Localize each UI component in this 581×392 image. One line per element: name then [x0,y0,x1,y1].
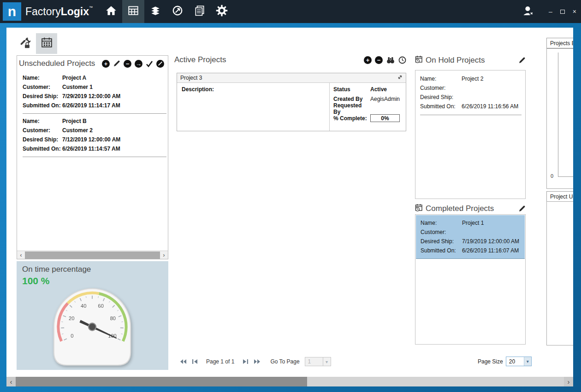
brand-title: FactoryLogix™ [25,6,93,18]
main-nav [100,0,233,23]
submitted-on-label: Submitted On: [23,144,62,153]
project-submitted-on: 6/26/2019 11:16:07 AM [462,246,519,255]
nav-item-scheduling[interactable] [122,0,144,23]
gauge-dial: 0 20 40 60 80 100 [37,284,148,367]
main-hscrollbar[interactable]: ‹ › [6,377,573,386]
gauge-tick-40: 40 [81,303,86,309]
settings-icon [215,4,228,19]
completed-header: Completed Projects [415,204,526,213]
tab-scheduling-board[interactable] [36,33,57,54]
nav-item-settings[interactable] [211,0,233,23]
unscheduled-toolbar: + − → [102,60,164,68]
brand-tm: ™ [89,6,93,10]
gauge-tick-20: 20 [69,316,74,321]
remove-active-icon[interactable]: − [375,56,383,64]
app-logo: n [3,2,21,21]
home-icon [105,5,117,18]
brand-logix: Logix [61,6,89,18]
go-to-page-label: Go To Page [270,358,299,365]
completed-title: Completed Projects [426,204,516,213]
project-submitted-on: 6/26/2019 11:14:17 AM [62,101,120,110]
unscheduled-project-item[interactable]: Name:Project A Customer:Customer 1 Desir… [17,70,168,110]
calendar-clock-icon [415,55,423,65]
page-size-label: Page Size [478,358,503,365]
gauge-hub [89,323,96,330]
page-size-value: 20 [506,357,524,366]
search-binoculars-icon[interactable] [386,56,395,64]
first-page-icon[interactable] [180,359,187,364]
gauge-title: On time percentage [22,265,163,274]
unscheduled-projects-title: Unscheduled Projects [19,59,102,68]
go-to-page-input[interactable]: 1 [305,357,323,366]
cancel-icon[interactable] [156,60,164,68]
project-desired-ship: 7/19/2019 12:00:00 AM [462,237,519,246]
project-us-panel-body [546,201,573,345]
edit-on-hold-icon[interactable] [518,57,526,64]
close-button[interactable]: × [573,8,576,15]
on-hold-list: Name:Project 2 Customer: Desired Ship: S… [415,70,526,199]
scrollbar-thumb[interactable] [25,252,160,259]
on-time-gauge-panel: On time percentage 100 % 0 20 40 60 80 1… [17,261,168,370]
page-indicator: Page 1 of 1 [206,358,234,365]
right-side-panels: Projects B 0 Project Us [546,28,573,377]
tab-tools[interactable] [14,33,35,54]
chart-axis-zero: 0 [551,173,553,179]
page-size-select[interactable]: 20 ▾ [506,357,532,366]
scroll-right-icon[interactable]: › [160,251,168,259]
move-project-icon[interactable]: → [135,60,142,68]
nav-item-home[interactable] [100,0,122,23]
scheduling-icon [127,5,139,18]
created-by-value: AegisAdmin [370,96,400,102]
card-status-section: Status Active Created By AegisAdmin Requ… [329,83,406,131]
project-desired-ship: 7/12/2019 12:00:00 AM [62,135,120,144]
created-by-label: Created By [333,96,370,102]
nav-item-reports[interactable] [189,0,211,23]
nav-item-production[interactable] [166,0,189,23]
active-project-card[interactable]: Project 3 Description: Status Active Cre… [177,73,406,131]
project-submitted-on: 6/26/2019 11:16:56 AM [462,102,518,111]
history-clock-icon[interactable] [398,56,406,64]
name-label: Name: [420,74,462,83]
window-controls: – × [522,0,576,23]
scroll-left-icon[interactable]: ‹ [17,251,25,259]
production-icon [172,5,184,18]
confirm-icon[interactable] [146,60,153,67]
add-project-icon[interactable]: + [102,60,110,68]
card-project-name: Project 3 [180,75,397,81]
percent-complete-label: % Complete: [333,115,370,122]
scroll-right-icon[interactable]: › [564,377,573,386]
on-hold-project-item[interactable]: Name:Project 2 Customer: Desired Ship: S… [415,70,525,111]
unscheduled-project-item[interactable]: Name:Project B Customer:Customer 2 Desir… [17,114,168,153]
next-page-icon[interactable] [242,359,249,364]
completed-list: Name:Project 1 Customer: Desired Ship:7/… [415,214,526,345]
unscheduled-hscrollbar[interactable]: ‹ › [17,251,168,259]
completed-project-item-selected[interactable]: Name:Project 1 Customer: Desired Ship:7/… [416,215,525,259]
last-page-icon[interactable] [254,359,261,364]
wrench-lock-icon [18,36,31,51]
expand-card-icon[interactable] [397,75,403,81]
customer-label: Customer: [23,126,62,135]
card-description-label: Description: [177,83,329,131]
project-us-panel-title: Project Us [546,191,573,202]
go-to-page-dropdown-icon[interactable]: ▾ [323,357,331,366]
brand-factory: Factory [25,6,61,18]
status-value: Active [370,86,387,93]
maximize-button[interactable] [560,10,565,14]
minimize-button[interactable]: – [549,8,552,15]
project-name: Project B [62,117,87,126]
user-logout-icon[interactable] [522,5,534,19]
nav-item-materials[interactable] [144,0,166,23]
edit-project-icon[interactable] [113,60,120,67]
scrollbar-thumb[interactable] [16,377,307,386]
scroll-left-icon[interactable]: ‹ [6,377,16,386]
active-projects-title: Active Projects [174,55,364,64]
edit-completed-icon[interactable] [518,205,526,212]
project-customer: Customer 2 [62,126,93,135]
project-customer: Customer 1 [62,82,93,92]
add-active-icon[interactable]: + [364,56,372,64]
divider [420,115,522,115]
percent-complete-value: 0% [370,114,400,122]
remove-project-icon[interactable]: − [124,60,131,68]
previous-page-icon[interactable] [192,359,198,364]
project-submitted-on: 6/26/2019 11:14:57 AM [62,144,120,153]
